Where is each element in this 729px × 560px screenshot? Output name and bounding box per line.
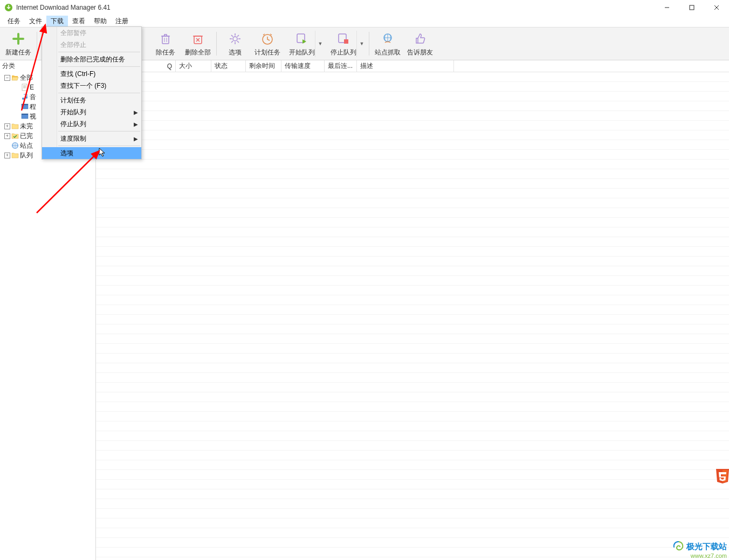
list-row (96, 130, 729, 140)
folder-open-icon (11, 74, 19, 81)
menu-item-0[interactable]: 任务 (3, 16, 25, 27)
tree-item-label: 全部 (20, 73, 33, 82)
app-icon (21, 113, 29, 120)
list-row (96, 72, 729, 82)
menu-separator (58, 131, 140, 132)
toolbar-label: 开始队列 (289, 48, 315, 57)
app-icon (4, 3, 13, 12)
plus-icon (10, 31, 26, 47)
menu-item[interactable]: 速度限制▶ (42, 133, 141, 144)
options-button[interactable]: 选项 (219, 28, 251, 59)
list-row (96, 373, 729, 383)
list-row (96, 295, 729, 305)
column-header-desc[interactable]: 描述 (357, 60, 454, 72)
list-row (96, 179, 729, 189)
menu-item-3[interactable]: 查看 (68, 16, 90, 27)
mouse-cursor-icon (99, 148, 106, 157)
list-row (96, 208, 729, 218)
column-header-last[interactable]: 最后连... (325, 60, 357, 72)
collapse-icon[interactable]: − (4, 75, 10, 81)
expand-icon[interactable]: + (4, 153, 10, 158)
tree-item-label: 队列 (20, 151, 33, 160)
watermark-brand: 极光下载站 (686, 542, 727, 552)
menu-item[interactable]: 停止队列▶ (42, 118, 141, 130)
list-row (96, 101, 729, 111)
delete-all-button[interactable]: 删除全部 (182, 28, 214, 59)
svg-line-15 (237, 41, 239, 43)
menu-item-2[interactable]: 下载 (46, 16, 68, 27)
start-queue-button[interactable]: 开始队列 ▼ (284, 28, 325, 59)
menu-item[interactable]: 选项 (42, 147, 141, 159)
menu-separator (58, 52, 140, 52)
tree-item-label: 音 (30, 93, 36, 102)
file-icon (21, 84, 29, 91)
list-row (96, 111, 729, 121)
chevron-right-icon: ▶ (134, 121, 138, 127)
stop-queue-button[interactable]: 停止队列 ▼ (325, 28, 367, 59)
queue-play-icon (294, 31, 310, 47)
window-controls (655, 0, 729, 15)
svg-rect-23 (22, 84, 27, 91)
toolbar-label: 停止队列 (331, 48, 356, 57)
column-header-status[interactable]: 状态 (211, 60, 246, 72)
column-header-size[interactable]: 大小 (176, 60, 211, 72)
svg-rect-30 (22, 104, 28, 105)
svg-point-28 (25, 96, 27, 99)
list-row (96, 150, 729, 160)
menu-item-5[interactable]: 注册 (111, 16, 133, 27)
html5-badge-icon (716, 469, 729, 484)
list-row (96, 392, 729, 402)
thumbs-up-icon (412, 31, 428, 47)
menu-item[interactable]: 删除全部已完成的任务 (42, 53, 141, 65)
list-row (96, 528, 729, 538)
list-row (96, 227, 729, 237)
menu-item[interactable]: 查找下一个 (F3) (42, 80, 141, 92)
list-header: Q大小状态剩余时间传输速度最后连...描述 (96, 60, 729, 72)
list-row (96, 140, 729, 150)
svg-rect-5 (162, 36, 169, 44)
menu-separator (58, 66, 140, 67)
menu-item-4[interactable]: 帮助 (90, 16, 111, 27)
close-button[interactable] (704, 0, 729, 15)
list-row (96, 354, 729, 363)
folder-icon (11, 122, 19, 130)
column-header-time_left[interactable]: 剩余时间 (246, 60, 281, 72)
schedule-button[interactable]: 计划任务 (251, 28, 284, 59)
separator (369, 32, 369, 56)
menu-item[interactable]: 查找 (Ctrl-F) (42, 68, 141, 80)
menu-item[interactable]: 计划任务 (42, 94, 141, 106)
list-row (96, 276, 729, 286)
window-title: Internet Download Manager 6.41 (16, 4, 111, 11)
watermark-url: www.xz7.com (672, 552, 727, 559)
tell-friend-button[interactable]: 告诉朋友 (404, 28, 436, 59)
list-row (96, 286, 729, 295)
expand-icon[interactable]: + (4, 133, 10, 139)
list-row (96, 160, 729, 169)
list-row (96, 324, 729, 334)
tree-item-label: 站点 (20, 141, 33, 150)
chevron-down-icon[interactable]: ▼ (318, 41, 323, 46)
toolbar-label: 告诉朋友 (407, 48, 433, 57)
maximize-button[interactable] (679, 0, 704, 15)
list-row (96, 247, 729, 257)
list-row (96, 412, 729, 421)
menu-item[interactable]: 开始队列▶ (42, 106, 141, 118)
menu-item-1[interactable]: 文件 (25, 16, 46, 27)
chevron-right-icon: ▶ (134, 109, 138, 115)
watermark: 极光下载站 www.xz7.com (672, 541, 727, 559)
folder-check-icon (11, 132, 19, 140)
list-row (96, 218, 729, 227)
chevron-down-icon[interactable]: ▼ (359, 41, 364, 46)
delete-task-button[interactable]: 除任务 (149, 28, 182, 59)
svg-point-9 (233, 37, 237, 41)
toolbar-label: 除任务 (156, 48, 175, 57)
gear-icon (227, 31, 243, 47)
column-header-speed[interactable]: 传输速度 (281, 60, 325, 72)
list-row (96, 383, 729, 392)
swirl-icon (672, 541, 684, 552)
minimize-button[interactable] (655, 0, 679, 15)
expand-icon[interactable]: + (4, 123, 10, 129)
new-task-button[interactable]: 新建任务 (2, 28, 35, 59)
svg-point-27 (22, 98, 24, 100)
site-grabber-button[interactable]: 站点抓取 (372, 28, 404, 59)
